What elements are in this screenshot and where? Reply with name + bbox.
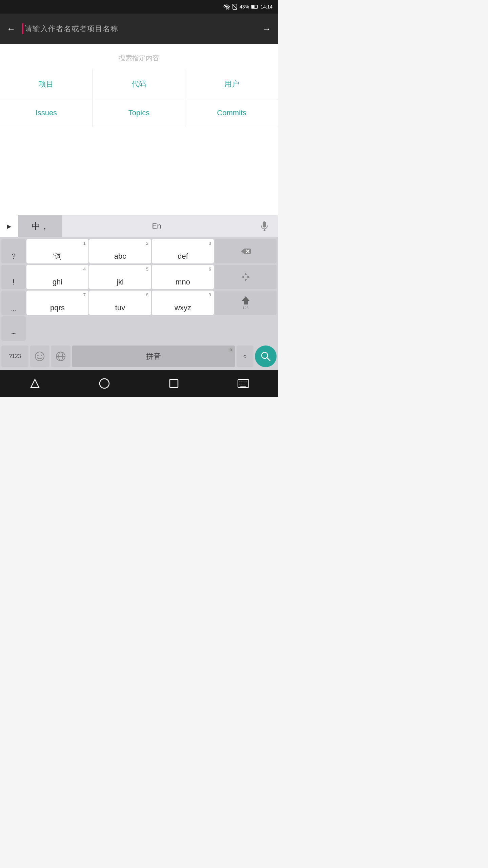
key-num-switch[interactable]: ?123 — [1, 346, 28, 367]
search-button[interactable] — [255, 346, 277, 367]
back-button[interactable]: ← — [7, 24, 16, 34]
svg-point-1 — [226, 8, 227, 9]
keyboard-row-3: ... 7 pqrs 8 tuv 9 wxyz 123 — [0, 290, 278, 316]
key-number-5: 5 — [146, 267, 148, 272]
category-users[interactable]: 用户 — [185, 70, 278, 99]
svg-rect-7 — [263, 221, 266, 228]
key-tilde[interactable]: ~ — [1, 316, 26, 341]
svg-line-3 — [232, 4, 237, 9]
key-dot[interactable]: ○ — [237, 346, 253, 367]
wifi-off-icon — [223, 4, 230, 9]
nav-home-icon — [98, 377, 110, 390]
key-9-wxyz[interactable]: 9 wxyz — [152, 291, 214, 315]
nav-arrows-icon — [241, 272, 251, 282]
key-1-ci[interactable]: 1 '词 — [26, 239, 88, 263]
shift-key[interactable]: 123 — [215, 291, 277, 315]
category-issues[interactable]: Issues — [0, 99, 93, 127]
nav-back-icon — [29, 377, 41, 390]
battery-text: 43% — [240, 4, 249, 9]
forward-button[interactable]: → — [262, 24, 271, 34]
nav-keyboard-icon — [237, 379, 249, 388]
search-placeholder: 请输入作者名或者项目名称 — [25, 24, 118, 34]
key-number-9: 9 — [209, 292, 211, 297]
num-switch-label: ?123 — [9, 353, 21, 359]
category-commits[interactable]: Commits — [185, 99, 278, 127]
svg-marker-12 — [244, 273, 247, 275]
nav-recent-icon — [168, 378, 179, 389]
shift-icon — [241, 296, 250, 305]
category-code[interactable]: 代码 — [93, 70, 186, 99]
key-number-4: 4 — [83, 267, 86, 272]
keyboard-row-2: ! 4 ghi 5 jkl 6 mno — [0, 264, 278, 290]
keyboard-row-4: ~ — [0, 316, 278, 341]
key-5-jkl[interactable]: 5 jkl — [89, 265, 151, 289]
search-hint: 搜索指定内容 — [0, 44, 278, 70]
pinyin-badge: 0 — [228, 348, 233, 352]
mic-button[interactable] — [251, 215, 278, 237]
category-topics[interactable]: Topics — [93, 99, 186, 127]
nav-key[interactable] — [215, 265, 277, 289]
delete-icon — [240, 247, 251, 255]
keyboard-expand-button[interactable]: ▶ — [0, 215, 18, 237]
svg-point-18 — [37, 355, 39, 356]
svg-marker-16 — [242, 296, 250, 304]
key-emoji[interactable] — [30, 346, 49, 367]
key-pinyin[interactable]: 拼音 0 — [72, 346, 235, 367]
svg-point-17 — [35, 352, 44, 361]
key-4-ghi[interactable]: 4 ghi — [26, 265, 88, 289]
battery-icon — [251, 4, 259, 9]
search-icon — [260, 351, 271, 362]
key-question[interactable]: ? — [1, 239, 26, 263]
category-row-2: Issues Topics Commits — [0, 99, 278, 127]
key-number-6: 6 — [209, 267, 211, 272]
time-text: 14:14 — [261, 4, 272, 9]
dot-label: ○ — [243, 353, 247, 360]
keyboard-area: ▶ 中， En ? 1 '词 2 a — [0, 215, 278, 370]
nav-recent-button[interactable] — [164, 373, 184, 394]
svg-marker-13 — [244, 279, 247, 281]
category-grid: 项目 代码 用户 Issues Topics Commits — [0, 70, 278, 127]
lang-en-button[interactable]: En — [62, 215, 251, 237]
search-header: ← 请输入作者名或者项目名称 → — [0, 14, 278, 44]
main-content: 搜索指定内容 项目 代码 用户 Issues Topics Commits — [0, 44, 278, 215]
category-projects[interactable]: 项目 — [0, 70, 93, 99]
key-globe[interactable] — [51, 346, 70, 367]
key-dots[interactable]: ... — [1, 291, 26, 315]
key-number-7: 7 — [83, 292, 86, 297]
svg-rect-5 — [258, 6, 258, 7]
nav-bar — [0, 370, 278, 397]
svg-point-19 — [41, 355, 42, 356]
key-3-def[interactable]: 3 def — [152, 239, 214, 263]
emoji-icon — [35, 351, 45, 361]
category-row-1: 项目 代码 用户 — [0, 70, 278, 99]
key-8-tuv[interactable]: 8 tuv — [89, 291, 151, 315]
key-2-abc[interactable]: 2 abc — [89, 239, 151, 263]
key-number-2: 2 — [146, 241, 148, 246]
search-input-area[interactable]: 请输入作者名或者项目名称 — [22, 23, 256, 34]
svg-point-26 — [100, 379, 109, 388]
svg-rect-27 — [170, 379, 178, 388]
key-6-mno[interactable]: 6 mno — [152, 265, 214, 289]
search-cursor — [22, 23, 23, 34]
key-number-3: 3 — [209, 241, 211, 246]
status-icons: 43% 14:14 — [223, 4, 272, 10]
delete-button[interactable] — [215, 239, 277, 263]
pinyin-label: 拼音 — [146, 351, 161, 361]
keyboard-row-1: ? 1 '词 2 abc 3 def — [0, 238, 278, 264]
svg-rect-6 — [252, 5, 255, 8]
nav-back-button[interactable] — [25, 373, 45, 394]
keyboard-bottom-row: ?123 拼音 0 ○ — [0, 343, 278, 370]
svg-line-24 — [267, 358, 270, 361]
mic-icon — [260, 221, 268, 231]
keyboard-lang-row: ▶ 中， En — [0, 215, 278, 237]
nav-home-button[interactable] — [94, 373, 115, 394]
key-7-pqrs[interactable]: 7 pqrs — [26, 291, 88, 315]
key-exclaim[interactable]: ! — [1, 265, 26, 289]
key-number-8: 8 — [146, 292, 148, 297]
lang-zh-button[interactable]: 中， — [18, 215, 62, 237]
status-bar: 43% 14:14 — [0, 0, 278, 14]
nav-keyboard-button[interactable] — [233, 373, 253, 394]
sim-icon — [232, 4, 238, 10]
shift-key-container: 123 — [241, 296, 250, 310]
globe-icon — [56, 351, 66, 361]
